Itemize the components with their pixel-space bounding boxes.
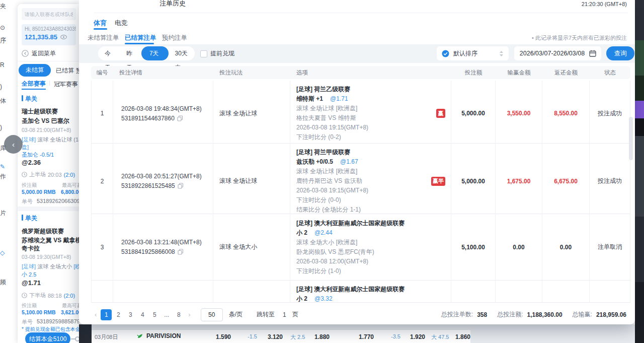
- table-row: 2 2026-03-08 20:51:27(GMT+8) 53189228615…: [91, 144, 630, 214]
- maxwin-label: 最高可赢: [62, 182, 79, 189]
- period-yesterday[interactable]: 昨天: [120, 46, 141, 60]
- settle-principal-button[interactable]: 结算本金5100: [25, 332, 70, 343]
- edge-glyph: ): [0, 124, 8, 131]
- period-7days[interactable]: 7天内: [141, 46, 169, 60]
- header-no: 编号: [91, 66, 113, 79]
- maxwin-amount: 3,621.00RMB: [61, 309, 79, 315]
- bet-market-wrap: 盘]: [22, 144, 29, 151]
- chevron-left-icon: ‹: [12, 140, 15, 149]
- period-today[interactable]: 今天: [98, 46, 120, 60]
- bet-timestamp: 2026-03-08 20:51:27(GMT+8): [121, 173, 213, 180]
- history-note: • 此记录将显示7天内所有已派彩的投注: [532, 34, 627, 42]
- page-size-input[interactable]: [201, 308, 223, 321]
- section-single: 单关: [22, 214, 37, 223]
- filter-champion[interactable]: 冠军赛事: [54, 80, 78, 89]
- tab-esports[interactable]: 电竞: [115, 19, 128, 28]
- copy-icon[interactable]: [177, 115, 183, 121]
- tab-sports[interactable]: 体育: [94, 19, 107, 28]
- bet-order-number: 5318841925866008: [121, 248, 175, 255]
- account-box: Hi, 8501243A88243039 121,335.85: [22, 24, 76, 45]
- bet-league: 瑞士超级联赛: [22, 107, 58, 116]
- jump-label: 跳转至: [257, 310, 275, 319]
- handicap-value: -1.5: [248, 333, 257, 339]
- background-media-strip: [635, 0, 644, 343]
- page-button[interactable]: 5: [149, 309, 160, 320]
- subtab-reserved[interactable]: 预约注单: [162, 34, 187, 42]
- section-single: 单关: [22, 95, 37, 103]
- page-button[interactable]: 4: [137, 309, 148, 320]
- bet-match: 苏维埃之翼 VS 戴拿模马卡马哈: [22, 236, 79, 245]
- cell-detail: 2026-03-08 13:21:48(GMT+8) 5318841925866…: [113, 214, 213, 280]
- jump-page-input[interactable]: 1: [283, 311, 286, 318]
- divider: [94, 13, 628, 13]
- edge-glyph: 作: [0, 172, 8, 181]
- page-button[interactable]: 2: [113, 309, 124, 320]
- cell-play: [213, 281, 290, 303]
- page-button[interactable]: 8: [173, 309, 184, 320]
- table-row: [足球] 澳大利亚新南威尔士国家超级联赛 小 2@3.32: [91, 281, 630, 303]
- bet-odds: @1.71: [22, 279, 41, 287]
- stake-label: 投注额: [22, 182, 37, 189]
- tab-unsettled[interactable]: 未结算: [19, 64, 51, 77]
- account-id: Hi, 8501243A88243039: [25, 26, 73, 32]
- collapse-sidebar-button[interactable]: ‹: [4, 135, 23, 154]
- tab-settled[interactable]: 已结算: [56, 66, 74, 75]
- date-range-picker[interactable]: 2026/03/07-2026/03/08: [514, 46, 601, 60]
- cell-winloss: [496, 281, 542, 303]
- divider: [18, 207, 79, 211]
- copy-icon[interactable]: [178, 249, 184, 255]
- date-range-value: 2026/03/07-2026/03/08: [519, 50, 585, 57]
- header-stake: 投注额: [451, 66, 496, 79]
- page-button[interactable]: 1: [101, 309, 112, 320]
- balance-amount: 121,335.85: [25, 33, 57, 41]
- total-stake: 1,188,360.00: [527, 311, 562, 318]
- background-page: 03月08日 PARIVISION 1.590 -1.5 3.120 大 2.5…: [79, 324, 635, 343]
- header-play: 投注玩法: [213, 66, 290, 79]
- prev-page-icon[interactable]: ‹: [91, 311, 100, 318]
- background-nav: [79, 324, 92, 343]
- betslip-sidebar: Hi, 8501243A88243039 121,335.85 返回菜单 未结算…: [18, 4, 79, 343]
- search-input[interactable]: [22, 8, 76, 20]
- modal-title: 注单历史: [159, 0, 186, 8]
- filter-all-matches[interactable]: 全部赛事: [22, 80, 46, 88]
- bet-market: [足球] 滚球 全场让球 (1-0)[欧: [22, 136, 79, 144]
- eye-icon[interactable]: [60, 35, 67, 39]
- header-payout: 返还金额: [542, 66, 590, 79]
- period-filter-group: 今天 昨天 7天内 30天内: [98, 46, 195, 60]
- next-page-icon[interactable]: ›: [185, 311, 194, 318]
- page-button[interactable]: 3: [125, 309, 136, 320]
- header-detail: 投注详情: [113, 66, 213, 79]
- bet-league: 俄罗斯超级联赛: [22, 227, 64, 236]
- bet-match: 奇卡拉: [22, 244, 40, 253]
- order-number: 531892598858799: [37, 318, 79, 324]
- cell-stake: 5,000.00: [451, 81, 496, 146]
- copy-icon[interactable]: [178, 183, 184, 189]
- sort-dropdown[interactable]: 默认排序: [437, 46, 509, 60]
- bet-period: 下半场88:18(2:0): [22, 292, 75, 299]
- bet-order-number: 5318922861525485: [121, 182, 175, 189]
- subtab-settled[interactable]: 已结算注单: [125, 34, 156, 42]
- cell-payout: [542, 281, 590, 303]
- page-ellipsis[interactable]: ...: [161, 309, 172, 320]
- bet-selection: 小 2.5: [22, 271, 36, 279]
- cashout-checkbox[interactable]: [200, 50, 207, 57]
- bet-order-number: 5318911544637860: [121, 115, 175, 122]
- scrollbar-thumb[interactable]: [629, 117, 633, 160]
- cashout-toggle[interactable]: [71, 336, 79, 341]
- cell-winloss: 3,550.00: [496, 81, 542, 146]
- active-tab-underline: [94, 28, 107, 30]
- query-button[interactable]: 查询: [606, 46, 634, 60]
- back-arrow-icon: [22, 50, 29, 57]
- edge-glyph: 体: [0, 97, 8, 105]
- check-circle-icon: [442, 50, 449, 57]
- match-date: 03月08日: [95, 333, 118, 341]
- cashout-filter[interactable]: 提前兑现: [200, 49, 234, 58]
- back-to-menu-button[interactable]: 返回菜单: [22, 48, 76, 58]
- period-30days[interactable]: 30天内: [169, 46, 195, 60]
- edge-glyph: ): [0, 83, 8, 90]
- subtab-unsettled[interactable]: 未结算注单: [88, 34, 119, 42]
- edge-glyph: 片: [0, 209, 8, 218]
- edge-glyph: R: [0, 61, 8, 68]
- bet-timestamp: 2026-03-08 19:48:34(GMT+8): [121, 105, 213, 112]
- clock-icon: [22, 293, 27, 298]
